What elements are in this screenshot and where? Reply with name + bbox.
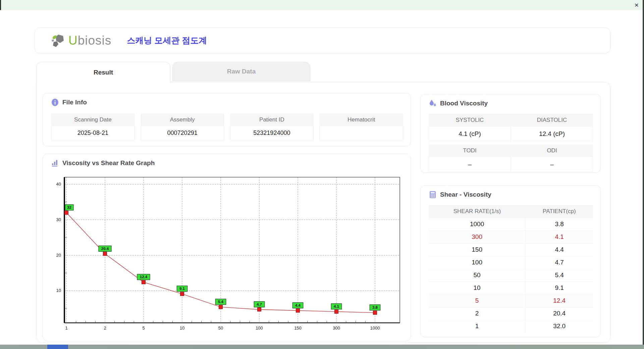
tab-label: Result <box>94 69 113 76</box>
shear-viscosity-card: Shear - Viscosity SHEAR RATE(1/s)PATIENT… <box>420 185 601 337</box>
svg-text:300: 300 <box>333 326 340 331</box>
file-field-patient-id: Patient ID52321924000 <box>230 113 314 140</box>
tab-label: Raw Data <box>227 68 256 75</box>
blood-viscosity-card: Blood Viscosity SYSTOLICDIASTOLIC4.1 (cP… <box>420 94 601 173</box>
svg-text:12.4: 12.4 <box>140 275 148 279</box>
svg-text:3.8: 3.8 <box>372 305 378 309</box>
table-row: 132.0 <box>429 320 593 333</box>
patient-cp-cell: 4.4 <box>526 243 593 256</box>
page-title: 스캐닝 모세관 점도계 <box>127 35 207 46</box>
bv-value-systolic: 4.1 (cP) <box>429 127 511 141</box>
shear-rate-cell: 2 <box>429 307 526 320</box>
svg-text:100: 100 <box>256 326 263 331</box>
patient-cp-cell: 3.8 <box>526 218 593 231</box>
tab-raw-data[interactable]: Raw Data <box>172 62 310 81</box>
window-right-border <box>643 0 644 349</box>
table-row: 3004.1 <box>429 231 593 243</box>
bv-label-odi: ODI <box>511 144 593 157</box>
patient-cp-cell: 20.4 <box>526 307 593 320</box>
table-row: 109.1 <box>429 282 593 294</box>
bv-label-diastolic: DIASTOLIC <box>511 114 593 127</box>
bv-value-row: –– <box>429 157 593 172</box>
table-row: 1504.4 <box>429 243 593 256</box>
table-row: 505.4 <box>429 269 593 282</box>
field-value: 000720291 <box>141 126 224 140</box>
bv-header-row: TODIODI <box>429 144 593 157</box>
field-value <box>319 126 403 140</box>
svg-text:20.4: 20.4 <box>101 247 109 251</box>
graph-card: Viscosity vs Shear Rate Graph 1020304012… <box>43 154 411 341</box>
shear-rate-cell: 50 <box>429 269 526 282</box>
field-label: Hematocrit <box>319 113 403 126</box>
file-field-scanning-date: Scanning Date2025-08-21 <box>51 113 135 140</box>
file-field-hematocrit: Hematocrit <box>319 113 403 140</box>
bv-value-todi: – <box>429 157 511 172</box>
ubiosis-logo-text: Ubiosis <box>68 34 111 48</box>
patient-cp-cell: 4.1 <box>526 231 593 243</box>
table-row: 10003.8 <box>429 218 593 231</box>
app-header: Ubiosis 스캐닝 모세관 점도계 <box>35 28 610 53</box>
ubiosis-logo: Ubiosis <box>51 33 111 48</box>
chart-svg: 10203040125105010015030010003220.412.49.… <box>51 172 403 337</box>
taskbar-app-indicator[interactable] <box>47 345 68 349</box>
svg-text:9.1: 9.1 <box>179 287 185 291</box>
shear-rate-cell: 100 <box>429 256 526 269</box>
svg-text:150: 150 <box>294 326 302 331</box>
svg-text:4.4: 4.4 <box>295 303 301 307</box>
file-info-title: File Info <box>62 99 87 106</box>
field-value: 52321924000 <box>230 126 314 140</box>
svg-text:5.4: 5.4 <box>218 300 224 304</box>
shear-rate-cell: 300 <box>429 231 526 243</box>
svg-text:40: 40 <box>56 182 61 187</box>
shear-viscosity-table: SHEAR RATE(1/s)PATIENT(cp) 10003.83004.1… <box>429 205 593 333</box>
patient-cp-cell: 4.7 <box>526 256 593 269</box>
bv-gap <box>429 141 593 144</box>
svg-text:30: 30 <box>56 217 61 222</box>
svg-text:32: 32 <box>67 205 71 209</box>
table-row: 512.4 <box>429 294 593 307</box>
svg-text:10: 10 <box>56 288 61 293</box>
field-label: Assembly <box>141 113 224 126</box>
tab-result[interactable]: Result <box>36 62 170 83</box>
patient-cp-cell: 5.4 <box>526 269 593 282</box>
patient-cp-cell: 9.1 <box>526 282 593 294</box>
close-icon[interactable]: × <box>635 1 639 9</box>
table-row: 220.4 <box>429 307 593 320</box>
info-icon <box>51 98 59 106</box>
svg-text:50: 50 <box>218 326 223 331</box>
viscosity-shear-chart: 10203040125105010015030010003220.412.49.… <box>51 172 403 337</box>
shear-rate-cell: 150 <box>429 243 526 256</box>
patient-cp-cell: 12.4 <box>526 294 593 307</box>
svg-text:20: 20 <box>56 253 61 258</box>
table-row: 1004.7 <box>429 256 593 269</box>
calculator-icon <box>429 191 437 199</box>
main-panel: File Info Scanning Date2025-08-21Assembl… <box>36 82 610 343</box>
bv-value-diastolic: 12.4 (cP) <box>511 127 593 141</box>
svg-text:4.7: 4.7 <box>257 302 262 306</box>
bv-header-row: SYSTOLICDIASTOLIC <box>429 114 593 127</box>
svg-text:10: 10 <box>180 326 184 331</box>
file-info-card: File Info Scanning Date2025-08-21Assembl… <box>43 93 411 146</box>
svg-text:4.1: 4.1 <box>334 304 339 308</box>
bv-label-systolic: SYSTOLIC <box>429 114 511 127</box>
bv-value-row: 4.1 (cP)12.4 (cP) <box>429 127 593 141</box>
graph-title: Viscosity vs Shear Rate Graph <box>62 159 155 167</box>
shear-rate-cell: 1000 <box>429 218 526 231</box>
table-header-cell: SHEAR RATE(1/s) <box>429 205 526 218</box>
field-label: Patient ID <box>230 113 314 126</box>
taskbar-strip <box>0 345 644 349</box>
ubiosis-logo-icon <box>51 33 66 48</box>
table-header-cell: PATIENT(cp) <box>526 205 593 218</box>
shear-rate-cell: 1 <box>429 320 526 333</box>
svg-text:1000: 1000 <box>370 326 380 331</box>
shear-rate-cell: 10 <box>429 282 526 294</box>
shear-rate-cell: 5 <box>429 294 526 307</box>
bar-chart-icon <box>51 159 59 167</box>
bv-label-todi: TODI <box>429 144 511 157</box>
file-field-assembly: Assembly000720291 <box>141 113 224 140</box>
field-label: Scanning Date <box>51 113 135 126</box>
bv-value-odi: – <box>511 157 593 172</box>
svg-text:1: 1 <box>65 326 67 331</box>
shear-viscosity-title: Shear - Viscosity <box>440 191 491 198</box>
window-titlebar: × <box>0 0 644 10</box>
